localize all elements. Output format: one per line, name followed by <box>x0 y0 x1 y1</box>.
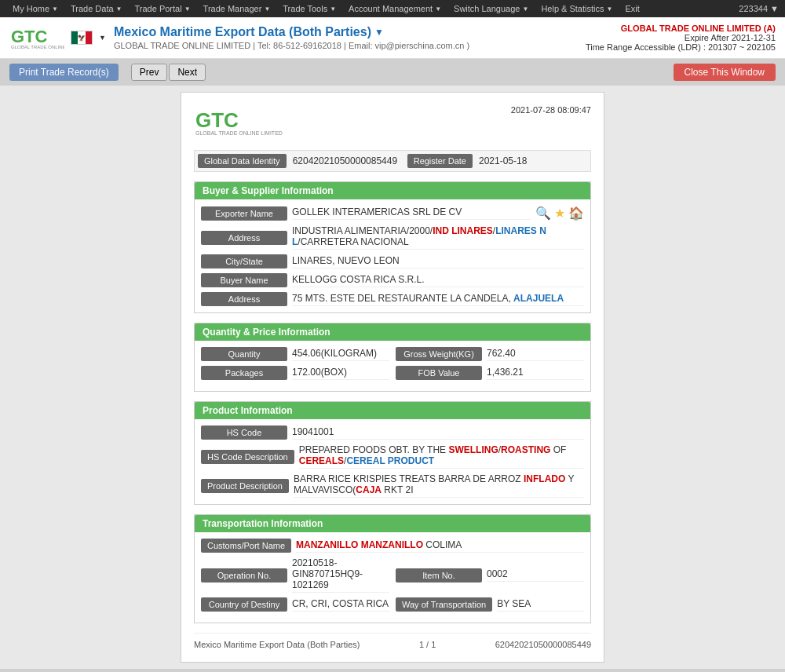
customs-port-row: Customs/Port Name MANZANILLO MANZANILLO … <box>201 539 584 553</box>
city-state-value: LINARES, NUEVO LEON <box>292 255 584 268</box>
nav-my-home[interactable]: My Home ▼ <box>6 0 64 17</box>
hs-code-desc-value: PREPARED FOODS OBT. BY THE SWELLING/ROAS… <box>299 444 584 469</box>
bottom-toolbar: Print Trade Record(s) Prev Next Close Th… <box>0 669 785 672</box>
quantity-value: 454.06(KILOGRAM) <box>292 348 389 361</box>
nav-trade-tools[interactable]: Trade Tools ▼ <box>276 0 342 17</box>
product-desc-label: Product Description <box>201 479 289 493</box>
packages-group: Packages 172.00(BOX) <box>201 366 389 380</box>
quantity-group: Quantity 454.06(KILOGRAM) <box>201 347 389 361</box>
hs-code-desc-row: HS Code Description PREPARED FOODS OBT. … <box>201 444 584 469</box>
way-transport-value: BY SEA <box>497 598 584 612</box>
address1-label: Address <box>201 231 287 245</box>
register-date-value: 2021-05-18 <box>479 155 587 166</box>
buyer-supplier-section: Buyer & Supplier Information Exporter Na… <box>194 181 591 313</box>
fob-value-group: FOB Value 1,436.21 <box>396 366 584 380</box>
address2-value: 75 MTS. ESTE DEL RESTAURANTE LA CANDELA,… <box>292 293 584 306</box>
gross-weight-group: Gross Weight(KG) 762.40 <box>396 347 584 361</box>
page-header: GTC GLOBAL TRADE ONLINE LIMITED 🦅 ▼ Mexi… <box>0 17 785 59</box>
home-icon[interactable]: 🏠 <box>568 206 584 221</box>
country-value: CR, CRI, COSTA RICA <box>292 598 389 612</box>
chevron-down-icon: ▼ <box>522 5 528 13</box>
exporter-name-label: Exporter Name <box>201 206 287 221</box>
nav-trade-manager[interactable]: Trade Manager ▼ <box>197 0 277 17</box>
packages-value: 172.00(BOX) <box>292 367 389 380</box>
top-navigation: My Home ▼ Trade Data ▼ Trade Portal ▼ Tr… <box>0 0 785 17</box>
country-label: Country of Destiny <box>201 597 287 612</box>
print-button-top[interactable]: Print Trade Record(s) <box>9 64 119 81</box>
product-section: Product Information HS Code 19041001 HS … <box>194 401 591 505</box>
header-subtitle: GLOBAL TRADE ONLINE LIMITED | Tel: 86-51… <box>114 41 586 50</box>
buyer-name-label: Buyer Name <box>201 273 287 287</box>
nav-exit[interactable]: Exit <box>619 0 645 17</box>
hs-code-row: HS Code 19041001 <box>201 425 584 440</box>
operation-value: 20210518-GIN870715HQ9-1021269 <box>292 557 389 593</box>
item-no-label: Item No. <box>396 568 482 583</box>
company-name: GLOBAL TRADE ONLINE LIMITED (A) <box>586 24 776 33</box>
nav-trade-portal[interactable]: Trade Portal ▼ <box>129 0 197 17</box>
hs-code-value: 19041001 <box>292 426 584 440</box>
hs-code-label: HS Code <box>201 425 287 440</box>
content-card: GTC GLOBAL TRADE ONLINE LIMITED 2021-07-… <box>181 92 604 663</box>
customs-port-value: MANZANILLO MANZANILLO COLIMA <box>296 539 584 553</box>
data-identity-row: Global Data Identity 6204202105000008544… <box>194 150 591 172</box>
svg-text:GLOBAL TRADE ONLINE LIMITED: GLOBAL TRADE ONLINE LIMITED <box>195 130 283 136</box>
search-icon[interactable]: 🔍 <box>535 206 551 221</box>
item-no-group: Item No. 0002 <box>396 568 584 583</box>
chevron-down-icon: ▼ <box>330 5 336 13</box>
transportation-header: Transportation Information <box>195 515 590 532</box>
title-dropdown-icon[interactable]: ▼ <box>374 27 384 38</box>
packages-label: Packages <box>201 366 287 380</box>
gtc-logo: GTC GLOBAL TRADE ONLINE LIMITED <box>9 22 64 53</box>
prev-button-top[interactable]: Prev <box>131 64 168 81</box>
nav-switch-language[interactable]: Switch Language ▼ <box>447 0 535 17</box>
nav-account-management[interactable]: Account Management ▼ <box>342 0 447 17</box>
card-gtc-logo: GTC GLOBAL TRADE ONLINE LIMITED <box>194 105 296 141</box>
star-icon[interactable]: ★ <box>554 206 565 221</box>
gross-weight-label: Gross Weight(KG) <box>396 347 482 361</box>
country-group: Country of Destiny CR, CRI, COSTA RICA <box>201 597 389 612</box>
global-data-identity-label: Global Data Identity <box>198 154 287 168</box>
city-state-label: City/State <box>201 254 287 268</box>
packages-fob-row: Packages 172.00(BOX) FOB Value 1,436.21 <box>201 366 584 380</box>
address1-row: Address INDUSTRIA ALIMENTARIA/2000/IND L… <box>201 225 584 250</box>
top-toolbar: Print Trade Record(s) Prev Next Close Th… <box>0 59 785 86</box>
card-footer: Mexico Maritime Export Data (Both Partie… <box>194 633 591 649</box>
global-data-identity-value: 62042021050000085449 <box>293 155 401 166</box>
hs-code-desc-label: HS Code Description <box>201 450 294 464</box>
nav-help-statistics[interactable]: Help & Statistics ▼ <box>535 0 619 17</box>
next-button-top[interactable]: Next <box>169 64 206 81</box>
quantity-price-body: Quantity 454.06(KILOGRAM) Gross Weight(K… <box>195 341 590 391</box>
main-wrapper: GTC GLOBAL TRADE ONLINE LIMITED 2021-07-… <box>0 92 785 663</box>
product-header: Product Information <box>195 402 590 419</box>
city-state-row: City/State LINARES, NUEVO LEON <box>201 254 584 268</box>
product-desc-row: Product Description BARRA RICE KRISPIES … <box>201 473 584 498</box>
quantity-price-section: Quantity & Price Information Quantity 45… <box>194 323 591 392</box>
quantity-label: Quantity <box>201 347 287 361</box>
way-transport-label: Way of Transportation <box>396 597 492 612</box>
address2-row: Address 75 MTS. ESTE DEL RESTAURANTE LA … <box>201 292 584 306</box>
customs-port-label: Customs/Port Name <box>201 539 291 553</box>
address2-label: Address <box>201 292 287 306</box>
card-header: GTC GLOBAL TRADE ONLINE LIMITED 2021-07-… <box>194 105 591 141</box>
operation-group: Operation No. 20210518-GIN870715HQ9-1021… <box>201 557 389 593</box>
buyer-name-value: KELLOGG COSTA RICA S.R.L. <box>292 274 584 287</box>
operation-label: Operation No. <box>201 568 287 583</box>
account-number: 223344 ▼ <box>739 4 779 13</box>
register-date-label: Register Date <box>407 154 473 168</box>
chevron-down-icon: ▼ <box>116 5 122 13</box>
mexico-flag: 🦅 <box>71 31 93 45</box>
buyer-supplier-header: Buyer & Supplier Information <box>195 182 590 199</box>
page-title: Mexico Maritime Export Data (Both Partie… <box>114 25 586 39</box>
nav-trade-data[interactable]: Trade Data ▼ <box>64 0 129 17</box>
flag-dropdown[interactable]: ▼ <box>99 34 106 42</box>
buyer-supplier-body: Exporter Name GOLLEK INTERAMERICAS SRL D… <box>195 199 590 312</box>
fob-value-value: 1,436.21 <box>487 367 584 380</box>
chevron-down-icon: ▼ <box>52 5 58 13</box>
chevron-down-icon: ▼ <box>606 5 612 13</box>
exporter-name-value: GOLLEK INTERAMERICAS SRL DE CV <box>292 206 531 220</box>
card-timestamp: 2021-07-28 08:09:47 <box>511 105 591 115</box>
svg-text:GTC: GTC <box>11 27 48 46</box>
close-button-top[interactable]: Close This Window <box>674 64 776 81</box>
chevron-down-icon: ▼ <box>435 5 441 13</box>
card-footer-record-id: 62042021050000085449 <box>495 640 591 649</box>
